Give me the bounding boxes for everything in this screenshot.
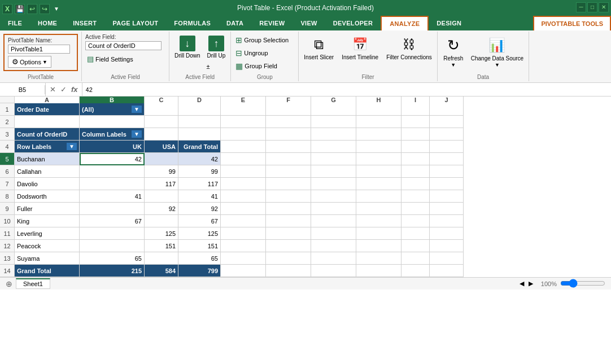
cell-i1[interactable] [401, 103, 430, 116]
filter-connections-btn[interactable]: ⛓ Filter Connections [383, 34, 435, 63]
cell-f2[interactable] [266, 116, 311, 128]
cell-h9[interactable] [356, 203, 401, 215]
col-header-j[interactable]: J [430, 97, 464, 103]
cell-c13[interactable] [145, 252, 178, 265]
cell-b10[interactable]: 67 [80, 215, 145, 227]
cell-b6[interactable] [80, 165, 145, 178]
insert-timeline-btn[interactable]: 📅 Insert Timeline [339, 34, 381, 63]
active-field-input[interactable] [85, 41, 162, 50]
cell-a8[interactable]: Dodsworth [15, 190, 80, 203]
tab-view[interactable]: VIEW [293, 16, 325, 30]
cell-h1[interactable] [356, 103, 401, 116]
cell-c7[interactable]: 117 [145, 178, 178, 190]
cell-d3[interactable] [178, 128, 221, 141]
cell-c3[interactable] [145, 128, 178, 141]
cell-d11[interactable]: 125 [178, 227, 221, 240]
cell-a5[interactable]: Buchanan [15, 153, 80, 165]
cell-e10[interactable] [221, 215, 266, 227]
field-settings-btn[interactable]: ▤ Field Settings [85, 54, 165, 64]
cell-h6[interactable] [356, 165, 401, 178]
cell-d7[interactable]: 117 [178, 178, 221, 190]
cell-h10[interactable] [356, 215, 401, 227]
close-btn[interactable]: ✕ [599, 2, 609, 12]
cell-a3[interactable]: Count of OrderID [15, 128, 80, 141]
cell-g1[interactable] [311, 103, 356, 116]
insert-function-btn[interactable]: fx [69, 85, 80, 94]
redo-icon[interactable]: ↪ [40, 4, 50, 14]
cell-e9[interactable] [221, 203, 266, 215]
cell-d13[interactable]: 65 [178, 252, 221, 265]
cell-g2[interactable] [311, 116, 356, 128]
cell-b5[interactable]: 42 [80, 153, 145, 165]
cell-b9[interactable] [80, 203, 145, 215]
col-header-f[interactable]: F [266, 97, 311, 103]
confirm-formula-btn[interactable]: ✓ [59, 85, 68, 94]
cell-f11[interactable] [266, 227, 311, 240]
cell-i6[interactable] [401, 165, 430, 178]
cell-g12[interactable] [311, 240, 356, 252]
tab-formulas[interactable]: FORMULAS [166, 16, 219, 30]
cell-g11[interactable] [311, 227, 356, 240]
cell-d14[interactable]: 799 [178, 265, 221, 277]
cell-e12[interactable] [221, 240, 266, 252]
cell-g5[interactable] [311, 153, 356, 165]
cell-e8[interactable] [221, 190, 266, 203]
drill-up-btn[interactable]: ↑ Drill Up [204, 34, 229, 61]
col-header-c[interactable]: C [145, 97, 178, 103]
cell-i10[interactable] [401, 215, 430, 227]
cell-j11[interactable] [430, 227, 464, 240]
cell-c14[interactable]: 584 [145, 265, 178, 277]
cell-f12[interactable] [266, 240, 311, 252]
zoom-slider[interactable] [560, 279, 605, 289]
cell-c8[interactable] [145, 190, 178, 203]
insert-slicer-btn[interactable]: ⧉ Insert Slicer [301, 34, 337, 63]
cell-d10[interactable]: 67 [178, 215, 221, 227]
cell-j3[interactable] [430, 128, 464, 141]
cell-e4[interactable] [221, 141, 266, 153]
cell-f6[interactable] [266, 165, 311, 178]
cell-f1[interactable] [266, 103, 311, 116]
cell-f14[interactable] [266, 265, 311, 277]
cell-a11[interactable]: Leverling [15, 227, 80, 240]
cell-i3[interactable] [401, 128, 430, 141]
cell-j8[interactable] [430, 190, 464, 203]
cell-a1[interactable]: Order Date [15, 103, 80, 116]
tab-review[interactable]: REVIEW [251, 16, 293, 30]
ungroup-btn[interactable]: ⊟ Ungroup [233, 47, 296, 59]
cell-j7[interactable] [430, 178, 464, 190]
cell-i4[interactable] [401, 141, 430, 153]
cell-e3[interactable] [221, 128, 266, 141]
save-icon[interactable]: 💾 [15, 4, 25, 14]
cell-e2[interactable] [221, 116, 266, 128]
tab-insert[interactable]: INSERT [65, 16, 104, 30]
cell-j9[interactable] [430, 203, 464, 215]
scroll-right-btn[interactable]: ▶ [526, 279, 535, 288]
cell-c2[interactable] [145, 116, 178, 128]
drill-down-btn[interactable]: ↓ Drill Down [172, 34, 203, 61]
cell-i12[interactable] [401, 240, 430, 252]
tab-home[interactable]: HOME [30, 16, 65, 30]
cell-g13[interactable] [311, 252, 356, 265]
col-header-d[interactable]: D [178, 97, 221, 103]
cell-j5[interactable] [430, 153, 464, 165]
cell-c9[interactable]: 92 [145, 203, 178, 215]
group-field-btn[interactable]: ▦ Group Field [233, 60, 296, 72]
cell-b4[interactable]: UK [80, 141, 145, 153]
tab-developer[interactable]: DEVELOPER [325, 16, 381, 30]
cell-j10[interactable] [430, 215, 464, 227]
col-header-a[interactable]: A [15, 97, 80, 103]
cell-f13[interactable] [266, 252, 311, 265]
cell-i2[interactable] [401, 116, 430, 128]
cell-d12[interactable]: 151 [178, 240, 221, 252]
cell-g10[interactable] [311, 215, 356, 227]
cell-a6[interactable]: Callahan [15, 165, 80, 178]
cell-b8[interactable]: 41 [80, 190, 145, 203]
cell-i9[interactable] [401, 203, 430, 215]
undo-icon[interactable]: ↩ [27, 4, 37, 14]
cell-j14[interactable] [430, 265, 464, 277]
add-sheet-btn[interactable]: ⊕ [2, 278, 16, 290]
cell-b3[interactable]: Column Labels▼ [80, 128, 145, 141]
cell-e1[interactable] [221, 103, 266, 116]
cell-f3[interactable] [266, 128, 311, 141]
cell-a2[interactable] [15, 116, 80, 128]
